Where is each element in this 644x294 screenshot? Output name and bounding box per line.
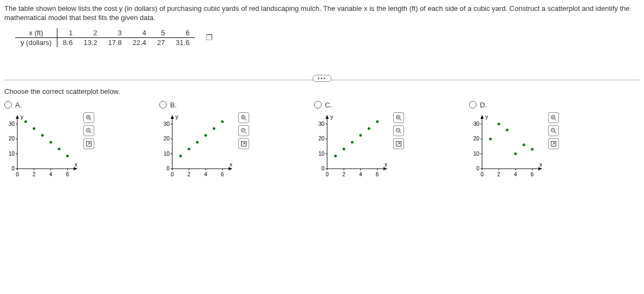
expand-chart-icon[interactable]: [548, 138, 559, 149]
svg-text:2: 2: [497, 171, 500, 177]
radio-option-B[interactable]: [159, 101, 167, 108]
svg-point-136: [514, 152, 517, 155]
svg-point-97: [342, 148, 345, 150]
zoom-out-icon[interactable]: [83, 125, 94, 136]
svg-line-147: [552, 143, 555, 145]
expand-chart-icon[interactable]: [393, 138, 404, 149]
scatterplot-B: yx02460102030: [159, 112, 235, 177]
expand-chart-icon[interactable]: [83, 138, 94, 149]
svg-text:0: 0: [16, 171, 19, 177]
svg-text:10: 10: [9, 150, 15, 156]
svg-point-24: [41, 134, 44, 137]
svg-text:30: 30: [9, 120, 15, 126]
svg-point-135: [506, 129, 509, 131]
svg-text:20: 20: [9, 136, 15, 142]
zoom-in-icon[interactable]: [238, 112, 249, 123]
zoom-out-icon[interactable]: [393, 125, 404, 136]
zoom-in-icon[interactable]: [83, 112, 94, 123]
radio-option-A[interactable]: [4, 101, 12, 108]
svg-point-59: [179, 155, 182, 157]
svg-marker-113: [480, 115, 484, 119]
svg-text:30: 30: [318, 120, 325, 126]
y-cell: 27: [152, 37, 170, 47]
svg-point-64: [221, 120, 224, 123]
svg-point-96: [334, 155, 337, 157]
problem-statement: The table shown below lists the cost y (…: [4, 4, 640, 23]
row-label-y: y (dollars): [15, 37, 57, 47]
svg-point-138: [531, 148, 534, 151]
svg-text:x: x: [75, 162, 77, 168]
y-cell: 13.2: [78, 37, 102, 47]
svg-point-133: [489, 137, 492, 140]
svg-text:0: 0: [326, 171, 329, 177]
zoom-out-icon[interactable]: [548, 125, 559, 136]
svg-text:6: 6: [376, 171, 379, 177]
option-label-A: A.: [15, 101, 22, 109]
svg-text:4: 4: [49, 171, 53, 177]
svg-line-140: [555, 118, 557, 120]
svg-text:30: 30: [164, 120, 170, 126]
option-label-D: D.: [480, 101, 487, 109]
scatterplot-C: yx02460102030: [314, 112, 390, 177]
y-cell: 31.6: [171, 37, 195, 47]
svg-line-144: [555, 131, 557, 133]
svg-line-73: [243, 143, 245, 145]
svg-text:6: 6: [66, 171, 69, 177]
radio-option-C[interactable]: [314, 101, 322, 108]
svg-point-60: [187, 148, 190, 150]
svg-line-29: [90, 118, 92, 120]
expand-icon[interactable]: •••: [313, 75, 331, 82]
scatterplot-A: yx02460102030: [4, 112, 80, 177]
x-cell: 1: [57, 28, 79, 38]
expand-chart-icon[interactable]: [238, 138, 249, 149]
copy-table-icon[interactable]: ❐: [206, 33, 213, 42]
svg-line-107: [400, 131, 402, 133]
svg-line-33: [90, 131, 92, 133]
svg-text:y: y: [21, 114, 23, 120]
svg-marker-39: [171, 115, 174, 119]
svg-text:6: 6: [531, 171, 534, 177]
scatterplot-D: yx02460102030: [469, 112, 545, 177]
svg-text:10: 10: [318, 150, 325, 156]
svg-marker-2: [16, 115, 19, 119]
svg-point-101: [376, 120, 379, 123]
x-cell: 4: [127, 28, 152, 38]
svg-text:0: 0: [321, 165, 324, 171]
svg-text:x: x: [539, 162, 542, 168]
zoom-in-icon[interactable]: [393, 112, 404, 123]
svg-text:y: y: [175, 114, 178, 120]
svg-point-98: [351, 140, 354, 143]
data-table: x (ft) 1 2 3 4 5 6 y (dollars) 8.6 13.2 …: [15, 28, 195, 47]
y-cell: 22.4: [127, 37, 152, 47]
svg-text:0: 0: [480, 171, 484, 177]
svg-text:4: 4: [359, 171, 362, 177]
svg-point-23: [32, 127, 35, 130]
svg-text:x: x: [230, 162, 232, 168]
svg-text:4: 4: [514, 171, 517, 177]
svg-point-25: [49, 140, 52, 143]
svg-text:20: 20: [164, 136, 170, 142]
x-cell: 3: [102, 28, 127, 38]
svg-text:2: 2: [187, 171, 191, 177]
y-cell: 8.6: [57, 37, 79, 47]
option-label-C: C.: [325, 101, 332, 109]
x-cell: 6: [171, 28, 195, 38]
svg-text:0: 0: [166, 165, 170, 171]
svg-line-103: [400, 118, 402, 120]
x-cell: 5: [152, 28, 170, 38]
svg-text:20: 20: [473, 136, 480, 142]
svg-line-36: [88, 143, 90, 145]
svg-line-70: [245, 131, 247, 133]
radio-option-D[interactable]: [469, 101, 477, 108]
svg-text:2: 2: [32, 171, 36, 177]
svg-point-63: [213, 127, 216, 130]
svg-text:30: 30: [473, 120, 480, 126]
svg-line-110: [398, 143, 400, 145]
zoom-out-icon[interactable]: [238, 125, 249, 136]
zoom-in-icon[interactable]: [548, 112, 559, 123]
svg-point-134: [497, 123, 500, 125]
svg-point-99: [359, 134, 362, 137]
y-cell: 17.8: [102, 37, 127, 47]
svg-text:4: 4: [204, 171, 207, 177]
svg-point-62: [204, 134, 207, 137]
